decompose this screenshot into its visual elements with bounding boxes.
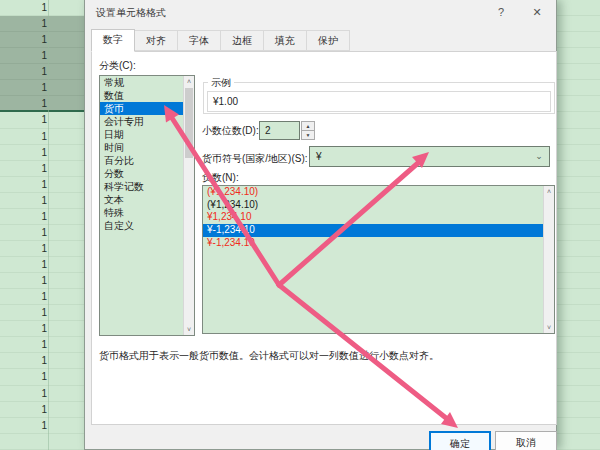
tab-填充[interactable]: 填充 (264, 30, 307, 51)
chevron-down-icon[interactable]: ⌄ (532, 147, 546, 166)
sheet-cell[interactable] (557, 241, 600, 257)
tab-对齐[interactable]: 对齐 (135, 30, 178, 51)
category-item[interactable]: 科学记数 (100, 180, 183, 193)
sheet-cell[interactable]: 1 (0, 112, 84, 128)
sheet-cell[interactable] (557, 369, 600, 385)
sheet-cell[interactable] (557, 273, 600, 289)
spinner-up-icon[interactable]: ▲ (301, 121, 315, 131)
sheet-cell[interactable] (557, 96, 600, 112)
sheet-cell[interactable] (557, 129, 600, 145)
sheet-cell[interactable] (0, 434, 84, 450)
sheet-cell[interactable]: 1 (0, 337, 84, 353)
negative-format-item[interactable]: (¥1,234.10) (203, 186, 543, 199)
sheet-cell[interactable] (557, 193, 600, 209)
cancel-button[interactable]: 取消 (495, 431, 557, 450)
currency-symbol-dropdown[interactable]: ¥ ⌄ (309, 146, 550, 167)
sheet-cell[interactable]: 1 (0, 305, 84, 321)
sheet-cell[interactable] (557, 112, 600, 128)
help-icon[interactable]: ? (494, 5, 508, 19)
sheet-cell[interactable]: 1 (0, 225, 84, 241)
sheet-cell[interactable] (557, 321, 600, 337)
negative-format-item[interactable]: ¥1,234.10 (203, 211, 543, 224)
sheet-cell[interactable] (557, 305, 600, 321)
sheet-cell[interactable]: 1 (0, 273, 84, 289)
sheet-cell[interactable]: 1 (0, 145, 84, 161)
category-item[interactable]: 自定义 (100, 219, 183, 232)
sheet-cell[interactable] (557, 418, 600, 434)
sheet-cell[interactable]: 1 (0, 402, 84, 418)
sheet-cell[interactable] (557, 402, 600, 418)
tab-边框[interactable]: 边框 (221, 30, 264, 51)
sheet-cell[interactable] (557, 337, 600, 353)
category-item[interactable]: 数值 (100, 89, 183, 102)
sheet-cell[interactable]: 1 (0, 16, 84, 32)
category-item[interactable]: 分数 (100, 167, 183, 180)
decimal-places-input[interactable]: 2 (259, 121, 300, 140)
category-item[interactable]: 会计专用 (100, 115, 183, 128)
sheet-cell[interactable] (557, 16, 600, 32)
negative-format-item[interactable]: ¥-1,234.10 (203, 224, 543, 237)
negative-format-item[interactable]: ¥-1,234.10 (203, 237, 543, 250)
tab-保护[interactable]: 保护 (307, 30, 350, 51)
scrollbar-down-icon[interactable]: ˅ (184, 324, 194, 335)
sheet-cell[interactable] (557, 289, 600, 305)
sheet-cell[interactable]: 1 (0, 129, 84, 145)
negative-numbers-listbox[interactable]: (¥1,234.10)(¥1,234.10)¥1,234.10¥-1,234.1… (202, 185, 555, 334)
sheet-cell[interactable]: 1 (0, 321, 84, 337)
sheet-column-left[interactable]: 111111111111111111111111111 (0, 0, 84, 450)
sheet-cell[interactable]: 1 (0, 161, 84, 177)
sheet-cell[interactable]: 1 (0, 209, 84, 225)
sheet-cell[interactable] (557, 48, 600, 64)
close-icon[interactable]: ✕ (530, 5, 544, 19)
category-item[interactable]: 日期 (100, 128, 183, 141)
category-scrollbar[interactable]: ˄ ˅ (183, 76, 194, 335)
sheet-cell[interactable] (557, 353, 600, 369)
sheet-cell[interactable]: 1 (0, 32, 84, 48)
sheet-cell[interactable]: 1 (0, 64, 84, 80)
category-item[interactable]: 文本 (100, 193, 183, 206)
negative-scrollbar[interactable]: ˄ ˅ (543, 186, 554, 333)
sheet-cell[interactable] (557, 434, 600, 450)
sheet-cell[interactable]: 1 (0, 418, 84, 434)
scrollbar-down-icon[interactable]: ˅ (544, 322, 554, 333)
tab-字体[interactable]: 字体 (178, 30, 221, 51)
sheet-cell[interactable] (557, 145, 600, 161)
sheet-cell[interactable] (557, 32, 600, 48)
sheet-cell[interactable]: 1 (0, 0, 84, 16)
sheet-cell[interactable] (557, 209, 600, 225)
category-item[interactable]: 货币 (100, 102, 183, 115)
sheet-cell[interactable]: 1 (0, 257, 84, 273)
sheet-cell[interactable]: 1 (0, 386, 84, 402)
sheet-cell[interactable] (557, 64, 600, 80)
tab-数字[interactable]: 数字 (91, 29, 135, 52)
sheet-cell[interactable] (557, 386, 600, 402)
category-item[interactable]: 百分比 (100, 154, 183, 167)
sheet-cell[interactable]: 1 (0, 193, 84, 209)
dialog-titlebar: 设置单元格格式 ? ✕ (85, 0, 556, 28)
sheet-cell[interactable] (557, 80, 600, 96)
sheet-cell[interactable] (557, 177, 600, 193)
sheet-cell[interactable]: 1 (0, 241, 84, 257)
sheet-cell[interactable]: 1 (0, 177, 84, 193)
sheet-cell[interactable] (557, 257, 600, 273)
sheet-cell[interactable]: 1 (0, 353, 84, 369)
category-listbox[interactable]: 常规数值货币会计专用日期时间百分比分数科学记数文本特殊自定义 ˄ ˅ (99, 75, 195, 336)
sheet-cell[interactable] (557, 161, 600, 177)
sheet-cell[interactable] (557, 0, 600, 16)
scrollbar-up-icon[interactable]: ˄ (544, 186, 554, 197)
sheet-cell[interactable]: 1 (0, 289, 84, 305)
sheet-cell[interactable]: 1 (0, 96, 84, 112)
spinner-down-icon[interactable]: ▼ (301, 131, 315, 141)
sheet-cell[interactable]: 1 (0, 369, 84, 385)
category-item[interactable]: 特殊 (100, 206, 183, 219)
negative-format-item[interactable]: (¥1,234.10) (203, 199, 543, 212)
scrollbar-thumb[interactable] (185, 88, 193, 158)
scrollbar-up-icon[interactable]: ˄ (184, 76, 194, 87)
sheet-cell[interactable]: 1 (0, 80, 84, 96)
sheet-cell[interactable]: 1 (0, 48, 84, 64)
ok-button[interactable]: 确定 (429, 431, 491, 450)
category-item[interactable]: 时间 (100, 141, 183, 154)
category-item[interactable]: 常规 (100, 76, 183, 89)
sheet-column-right[interactable] (557, 0, 600, 450)
sheet-cell[interactable] (557, 225, 600, 241)
